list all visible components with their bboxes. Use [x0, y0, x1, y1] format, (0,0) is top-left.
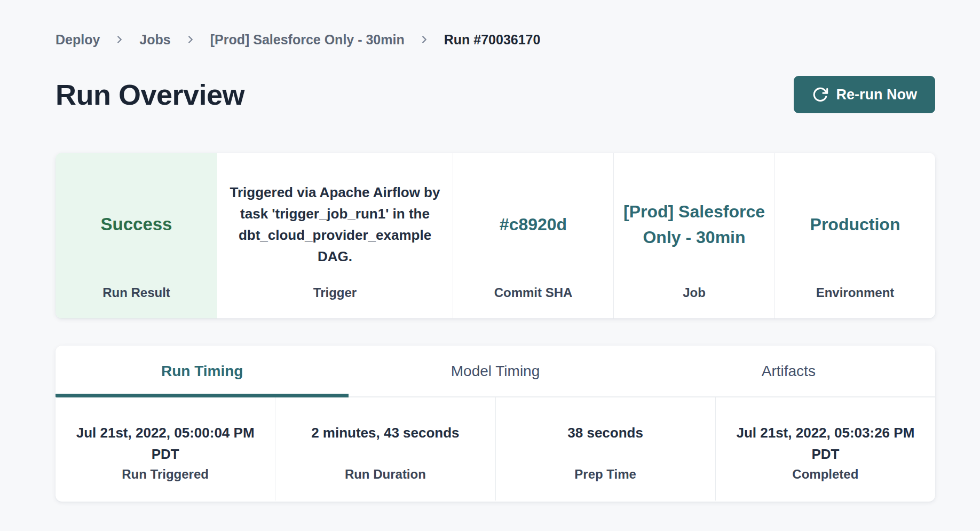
breadcrumb-item-deploy[interactable]: Deploy [56, 32, 100, 48]
run-triggered-value: Jul 21st, 2022, 05:00:04 PM PDT [61, 422, 270, 465]
run-result-label: Run Result [56, 285, 217, 318]
trigger-value: Triggered via Apache Airflow by task 'tr… [229, 182, 441, 267]
breadcrumb-item-jobs[interactable]: Jobs [139, 32, 170, 48]
rerun-now-button[interactable]: Re-run Now [794, 76, 936, 113]
completed-cell: Jul 21st, 2022, 05:03:26 PM PDT Complete… [715, 397, 935, 501]
environment-link[interactable]: Production [810, 212, 900, 237]
run-result-value: Success [101, 214, 172, 235]
rerun-now-label: Re-run Now [836, 87, 918, 103]
breadcrumb-item-job-name[interactable]: [Prod] Salesforce Only - 30min [210, 32, 405, 48]
chevron-right-icon [114, 34, 125, 45]
breadcrumb: Deploy Jobs [Prod] Salesforce Only - 30m… [56, 30, 935, 49]
job-label: Job [614, 285, 774, 318]
timing-tab-bar: Run Timing Model Timing Artifacts [56, 346, 935, 397]
page-title: Run Overview [56, 78, 244, 111]
breadcrumb-item-run-number: Run #70036170 [444, 32, 541, 48]
refresh-icon [812, 87, 828, 103]
run-triggered-label: Run Triggered [122, 467, 209, 482]
commit-sha-link[interactable]: #c8920d [500, 212, 567, 237]
run-duration-label: Run Duration [345, 467, 426, 482]
run-timing-content: Jul 21st, 2022, 05:00:04 PM PDT Run Trig… [56, 397, 935, 501]
run-timing-panel: Run Timing Model Timing Artifacts Jul 21… [56, 346, 935, 502]
commit-sha-card: #c8920d Commit SHA [453, 153, 613, 318]
run-result-card: Success Run Result [56, 153, 217, 318]
trigger-label: Trigger [217, 285, 453, 318]
prep-time-cell: 38 seconds Prep Time [495, 397, 715, 501]
run-duration-cell: 2 minutes, 43 seconds Run Duration [275, 397, 495, 501]
run-triggered-cell: Jul 21st, 2022, 05:00:04 PM PDT Run Trig… [56, 397, 275, 501]
prep-time-value: 38 seconds [567, 422, 643, 465]
commit-sha-label: Commit SHA [453, 285, 613, 318]
completed-label: Completed [792, 467, 858, 482]
tab-run-timing[interactable]: Run Timing [56, 346, 349, 396]
run-summary-cards: Success Run Result Triggered via Apache … [56, 153, 935, 318]
job-link[interactable]: [Prod] Salesforce Only - 30min [623, 199, 765, 250]
tab-model-timing[interactable]: Model Timing [349, 346, 642, 396]
prep-time-label: Prep Time [574, 467, 636, 482]
page-header: Run Overview Re-run Now [56, 76, 935, 113]
chevron-right-icon [185, 34, 196, 45]
chevron-right-icon [418, 34, 430, 45]
job-card: [Prod] Salesforce Only - 30min Job [613, 153, 774, 318]
run-overview-page: Deploy Jobs [Prod] Salesforce Only - 30m… [0, 0, 980, 531]
environment-card: Production Environment [774, 153, 935, 318]
environment-label: Environment [775, 285, 935, 318]
trigger-card: Triggered via Apache Airflow by task 'tr… [217, 153, 453, 318]
completed-value: Jul 21st, 2022, 05:03:26 PM PDT [721, 422, 930, 465]
run-duration-value: 2 minutes, 43 seconds [311, 422, 459, 465]
tab-artifacts[interactable]: Artifacts [642, 346, 935, 396]
